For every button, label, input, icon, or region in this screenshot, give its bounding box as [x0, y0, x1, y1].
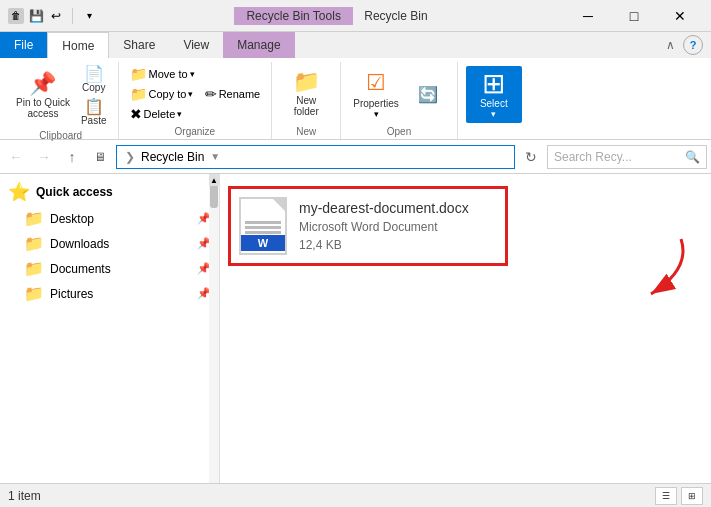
open-icon: 🔄: [418, 85, 438, 104]
organize-buttons: 📁 Move to ▾ 📁 Copy to ▾ ✖ Delete ▾ ✏: [127, 62, 264, 124]
title-bar-icons: 🗑 💾 ↩ ▾: [8, 8, 97, 24]
up-button[interactable]: ↑: [60, 145, 84, 169]
breadcrumb-separator: ❯: [125, 150, 135, 164]
file-item[interactable]: W my-dearest-document.docx Microsoft Wor…: [228, 186, 508, 266]
downloads-folder-icon: 📁: [24, 234, 44, 253]
select-button[interactable]: ⊞ Select ▾: [466, 66, 522, 123]
organize-col: 📁 Move to ▾ 📁 Copy to ▾ ✖ Delete ▾: [127, 65, 198, 123]
pictures-folder-icon: 📁: [24, 284, 44, 303]
delete-dropdown: ▾: [177, 109, 182, 119]
tab-manage[interactable]: Manage: [223, 32, 294, 58]
pictures-label: Pictures: [50, 287, 191, 301]
word-document-icon: W: [239, 197, 287, 255]
sidebar-scrollbar[interactable]: ▲: [209, 174, 219, 483]
scroll-up-button[interactable]: ▲: [209, 174, 219, 186]
search-icon[interactable]: 🔍: [685, 150, 700, 164]
item-count: 1 item: [8, 489, 41, 503]
move-dropdown: ▾: [190, 69, 195, 79]
help-button[interactable]: ?: [683, 35, 703, 55]
forward-button[interactable]: →: [32, 145, 56, 169]
view-controls: ☰ ⊞: [655, 487, 703, 505]
sidebar-item-documents[interactable]: 📁 Documents 📌: [0, 256, 219, 281]
properties-icon: ☑: [366, 70, 386, 96]
quick-access-icon: ⭐: [8, 181, 30, 203]
clipboard-buttons: 📌 Pin to Quick access 📄 Copy 📋 Paste: [12, 62, 110, 128]
refresh-button[interactable]: ↻: [519, 145, 543, 169]
ribbon-content: 📌 Pin to Quick access 📄 Copy 📋 Paste Cli…: [0, 58, 711, 140]
quick-action-1[interactable]: 💾: [28, 8, 44, 24]
sidebar-item-downloads[interactable]: 📁 Downloads 📌: [0, 231, 219, 256]
delete-icon: ✖: [130, 106, 142, 122]
tab-view[interactable]: View: [169, 32, 223, 58]
quick-action-dropdown[interactable]: ▾: [81, 8, 97, 24]
sidebar-item-desktop[interactable]: 📁 Desktop 📌: [0, 206, 219, 231]
window-title: Recycle Bin Tools Recycle Bin: [97, 9, 565, 23]
window-controls: ─ □ ✕: [565, 0, 703, 32]
tab-home[interactable]: Home: [47, 32, 109, 58]
search-placeholder: Search Recy...: [554, 150, 681, 164]
move-icon: 📁: [130, 66, 147, 82]
documents-label: Documents: [50, 262, 191, 276]
search-field[interactable]: Search Recy... 🔍: [547, 145, 707, 169]
new-folder-icon: 📁: [293, 71, 320, 93]
copy-to-icon: 📁: [130, 86, 147, 102]
recent-locations-button[interactable]: 🖥: [88, 145, 112, 169]
context-tab-label: Recycle Bin Tools: [234, 7, 353, 25]
maximize-button[interactable]: □: [611, 0, 657, 32]
address-field[interactable]: ❯ Recycle Bin ▼: [116, 145, 515, 169]
desktop-label: Desktop: [50, 212, 191, 226]
file-line-3: [245, 231, 280, 234]
sidebar: ▲ ⭐ Quick access 📁 Desktop 📌 📁 Downloads…: [0, 174, 220, 483]
file-type: Microsoft Word Document: [299, 220, 469, 234]
status-bar: 1 item ☰ ⊞: [0, 483, 711, 507]
tab-file[interactable]: File: [0, 32, 47, 58]
organize-label: Organize: [175, 124, 216, 139]
open-group: ☑ Properties ▾ 🔄 Open: [341, 62, 458, 139]
new-label: New: [296, 124, 316, 139]
pin-icon: 📌: [29, 73, 56, 95]
new-folder-button[interactable]: 📁 New folder: [280, 69, 332, 119]
sidebar-item-quick-access[interactable]: ⭐ Quick access: [0, 178, 219, 206]
sidebar-item-pictures[interactable]: 📁 Pictures 📌: [0, 281, 219, 306]
separator: [72, 8, 73, 24]
properties-button[interactable]: ☑ Properties ▾: [349, 68, 403, 121]
file-name: my-dearest-document.docx: [299, 200, 469, 216]
new-folder-label: New folder: [294, 95, 319, 117]
organize-col2: ✏ Rename: [202, 85, 264, 103]
copy-icon: 📄: [84, 66, 104, 82]
open-buttons: ☑ Properties ▾ 🔄: [349, 62, 449, 124]
clipboard-label: Clipboard: [39, 128, 82, 143]
open-extra-button[interactable]: 🔄: [407, 83, 449, 106]
move-to-button[interactable]: 📁 Move to ▾: [127, 65, 198, 83]
copy-paste-buttons: 📄 Copy 📋 Paste: [78, 64, 110, 128]
address-path: Recycle Bin: [141, 150, 204, 164]
copy-to-button[interactable]: 📁 Copy to ▾: [127, 85, 198, 103]
quick-access-label: Quick access: [36, 185, 211, 199]
arrow-annotation: [581, 229, 701, 309]
delete-button[interactable]: ✖ Delete ▾: [127, 105, 198, 123]
file-icon-container: W: [239, 197, 287, 255]
organize-group: 📁 Move to ▾ 📁 Copy to ▾ ✖ Delete ▾ ✏: [119, 62, 273, 139]
details-view-button[interactable]: ☰: [655, 487, 677, 505]
file-line-1: [245, 221, 280, 224]
properties-dropdown: ▾: [374, 109, 379, 119]
back-button[interactable]: ←: [4, 145, 28, 169]
copy-button[interactable]: 📄 Copy: [78, 64, 110, 95]
select-icon: ⊞: [482, 70, 505, 98]
rename-button[interactable]: ✏ Rename: [202, 85, 264, 103]
paste-button[interactable]: 📋 Paste: [78, 97, 110, 128]
quick-action-2[interactable]: ↩: [48, 8, 64, 24]
delete-label: Delete: [144, 108, 176, 120]
large-icons-view-button[interactable]: ⊞: [681, 487, 703, 505]
paste-label: Paste: [81, 115, 107, 126]
tab-share[interactable]: Share: [109, 32, 169, 58]
minimize-button[interactable]: ─: [565, 0, 611, 32]
desktop-folder-icon: 📁: [24, 209, 44, 228]
pin-to-quick-access-button[interactable]: 📌 Pin to Quick access: [12, 71, 74, 121]
pin-label: Pin to Quick access: [16, 97, 70, 119]
collapse-ribbon-button[interactable]: ∧: [666, 38, 675, 52]
close-button[interactable]: ✕: [657, 0, 703, 32]
rename-label: Rename: [219, 88, 261, 100]
file-info: my-dearest-document.docx Microsoft Word …: [299, 200, 469, 252]
paste-icon: 📋: [84, 99, 104, 115]
